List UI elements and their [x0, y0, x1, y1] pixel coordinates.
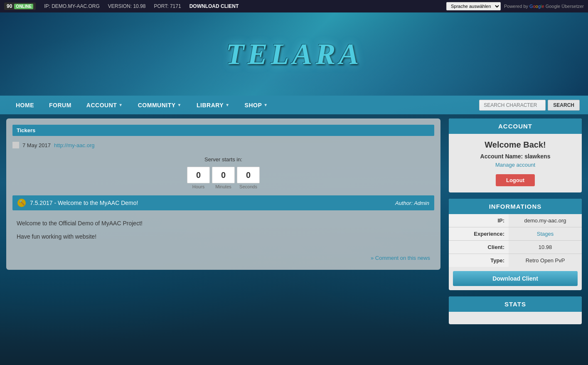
main-content: Tickers 7 May 2017 http://my-aac.org Ser…	[6, 118, 440, 330]
online-count: 90	[7, 3, 12, 9]
search-input[interactable]	[479, 100, 546, 111]
news-title: 7.5.2017 - Welcome to the MyAAC Demo!	[30, 200, 391, 206]
shop-dropdown-arrow: ▼	[263, 103, 268, 107]
timer-seconds: 0 Seconds	[237, 167, 260, 189]
comment-link[interactable]: » Comment on this news	[371, 255, 430, 261]
nav-bar: HOME FORUM ACCOUNT ▼ COMMUNITY ▼ LIBRARY…	[0, 96, 588, 114]
news-author: Author: Admin	[395, 200, 429, 206]
language-select[interactable]: Sprache auswählen	[446, 2, 501, 10]
nav-shop[interactable]: SHOP ▼	[237, 97, 276, 113]
timer-minutes: 0 Minutes	[212, 167, 235, 189]
library-dropdown-arrow: ▼	[225, 103, 229, 107]
news-footer: » Comment on this news	[12, 252, 434, 264]
timer-label: Server starts in:	[19, 156, 428, 163]
version-label: VERSION:	[108, 3, 132, 9]
stats-panel-body	[449, 312, 582, 324]
powered-by: Powered by Google Google Übersetzer	[504, 4, 584, 9]
nav-library[interactable]: LIBRARY ▼	[189, 97, 237, 113]
hero-banner: TELARA	[0, 12, 588, 96]
welcome-back: Welcome Back!	[455, 140, 576, 150]
ticker-label: Tickers	[17, 127, 35, 133]
timer-minutes-value: 0	[212, 167, 235, 183]
info-row-exp: Experience: Stages	[449, 227, 582, 241]
ticker-url[interactable]: http://my-aac.org	[54, 142, 95, 148]
info-panel-header: INFORMATIONS	[449, 199, 582, 214]
version-info: VERSION: 10.98	[108, 3, 146, 9]
nav-items: HOME FORUM ACCOUNT ▼ COMMUNITY ▼ LIBRARY…	[8, 97, 479, 113]
server-timer: Server starts in: 0 Hours 0 Minutes	[12, 150, 434, 195]
ip-value: DEMO.MY-AAC.ORG	[52, 3, 100, 9]
news-body-line2: Have fun working with website!	[17, 232, 430, 241]
account-label: Account Name:	[480, 153, 523, 160]
exp-link[interactable]: Stages	[537, 231, 554, 237]
main-layout: Tickers 7 May 2017 http://my-aac.org Ser…	[6, 118, 582, 330]
info-row-client: Client: 10.98	[449, 241, 582, 254]
port-info: PORT: 7171	[154, 3, 181, 9]
news-body-line1: Welcome to the Official Demo of MyAAC Pr…	[17, 219, 430, 228]
exp-value: Stages	[509, 227, 582, 241]
timer-boxes: 0 Hours 0 Minutes 0 Seconds	[19, 167, 428, 189]
account-panel-header: ACCOUNT	[449, 118, 582, 134]
content-wrapper: Tickers 7 May 2017 http://my-aac.org Ser…	[0, 114, 588, 339]
ticker-item: 7 May 2017 http://my-aac.org	[12, 140, 434, 150]
ip-label: IP:	[449, 214, 509, 227]
account-panel-body: Welcome Back! Account Name: slawkens Man…	[449, 134, 582, 192]
account-panel: ACCOUNT Welcome Back! Account Name: slaw…	[449, 118, 582, 192]
news-header: 🔨 7.5.2017 - Welcome to the MyAAC Demo! …	[12, 195, 434, 210]
timer-hours: 0 Hours	[187, 167, 210, 189]
search-button[interactable]: SEARCH	[548, 100, 580, 111]
timer-seconds-value: 0	[237, 167, 260, 183]
ip-label: IP:	[44, 3, 50, 9]
stats-panel-header: STATS	[449, 296, 582, 312]
manage-account-link[interactable]: Manage account	[455, 162, 576, 168]
nav-search: SEARCH	[479, 100, 580, 111]
ip-info: IP: DEMO.MY-AAC.ORG	[44, 3, 100, 9]
top-bar-right: Sprache auswählen Powered by Google Goog…	[446, 2, 584, 10]
online-badge: 90 ONLINE	[4, 2, 36, 10]
type-value: Retro Open PvP	[509, 254, 582, 267]
timer-hours-value: 0	[187, 167, 210, 183]
client-value: 10.98	[509, 241, 582, 254]
account-name-row: Account Name: slawkens	[455, 153, 576, 160]
sidebar: ACCOUNT Welcome Back! Account Name: slaw…	[449, 118, 582, 330]
logout-button[interactable]: Logout	[496, 174, 535, 186]
community-dropdown-arrow: ▼	[177, 103, 182, 107]
ticker-date: 7 May 2017	[22, 142, 51, 148]
content-inner: Tickers 7 May 2017 http://my-aac.org Ser…	[6, 118, 440, 270]
nav-account[interactable]: ACCOUNT ▼	[79, 97, 130, 113]
info-panel: INFORMATIONS IP: demo.my-aac.org Experie…	[449, 199, 582, 290]
version-value: 10.98	[133, 3, 145, 9]
hero-title: TELARA	[226, 37, 362, 72]
info-table: IP: demo.my-aac.org Experience: Stages C	[449, 214, 582, 267]
client-label: Client:	[449, 241, 509, 254]
type-label: Type:	[449, 254, 509, 267]
ticker-icon	[12, 142, 19, 148]
nav-home[interactable]: HOME	[8, 97, 42, 113]
download-client-link[interactable]: DOWNLOAD CLIENT	[189, 3, 239, 9]
nav-forum[interactable]: FORUM	[42, 97, 79, 113]
ip-value: demo.my-aac.org	[509, 214, 582, 227]
port-label: PORT:	[154, 3, 168, 9]
ticker-bar: Tickers	[12, 125, 434, 136]
download-client-button[interactable]: Download Client	[453, 271, 578, 286]
info-row-ip: IP: demo.my-aac.org	[449, 214, 582, 227]
account-dropdown-arrow: ▼	[118, 103, 123, 107]
news-body: Welcome to the Official Demo of MyAAC Pr…	[12, 217, 434, 252]
timer-hours-unit: Hours	[192, 184, 204, 189]
exp-label: Experience:	[449, 227, 509, 241]
top-bar: 90 ONLINE IP: DEMO.MY-AAC.ORG VERSION: 1…	[0, 0, 588, 12]
timer-seconds-unit: Seconds	[239, 184, 257, 189]
info-row-type: Type: Retro Open PvP	[449, 254, 582, 267]
timer-minutes-unit: Minutes	[215, 184, 231, 189]
port-value: 7171	[170, 3, 181, 9]
nav-community[interactable]: COMMUNITY ▼	[130, 97, 189, 113]
stats-panel: STATS	[449, 296, 582, 324]
account-name-value: slawkens	[524, 153, 550, 160]
online-label: ONLINE	[14, 4, 33, 9]
news-icon: 🔨	[17, 199, 26, 207]
